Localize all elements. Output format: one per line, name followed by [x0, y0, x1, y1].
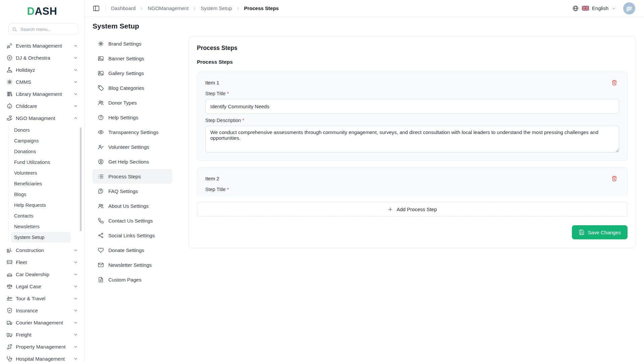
car-icon: [6, 271, 13, 278]
sidebar-subitem-newsletters[interactable]: Newsletters: [11, 221, 71, 232]
breadcrumb-system-setup[interactable]: System Setup: [201, 5, 232, 11]
settings-nav-item-help-settings[interactable]: Help Settings: [93, 110, 172, 125]
settings-nav-item-newsletter-settings[interactable]: Newsletter Settings: [93, 257, 172, 272]
sidebar-subitem-fund-utilizations[interactable]: Fund Utilizations: [11, 157, 71, 168]
sidebar-item-childcare[interactable]: Childcare: [0, 100, 84, 112]
chevron-down-icon: [73, 260, 78, 265]
sidebar-item-dj-orchestra[interactable]: DJ & Orchestra: [0, 52, 84, 64]
app-logo-letter: D: [27, 5, 35, 17]
settings-nav-item-gallery-settings[interactable]: Gallery Settings: [93, 66, 172, 80]
delete-item-button[interactable]: [609, 77, 619, 87]
item-label: Item 1: [205, 80, 219, 85]
chevron-right-icon: [139, 6, 144, 11]
chevron-down-icon: [73, 104, 78, 109]
sidebar-item-ngo-managment[interactable]: NGO Managment: [0, 112, 84, 124]
sidebar-item-property-management[interactable]: Property Management: [0, 341, 84, 353]
required-marker: *: [227, 91, 229, 96]
sidebar-item-cmms[interactable]: CMMS: [0, 76, 84, 88]
settings-nav-item-custom-pages[interactable]: Custom Pages: [93, 272, 172, 287]
delete-item-button[interactable]: [609, 173, 619, 183]
sidebar-item-freight[interactable]: Freight: [0, 328, 84, 341]
eye-icon: [98, 129, 104, 135]
sidebar-subitem-campaigns[interactable]: Campaigns: [11, 135, 71, 146]
image-icon: [98, 55, 104, 62]
trash-icon: [611, 175, 618, 182]
sidebar-subitem-donations[interactable]: Donations: [11, 146, 71, 157]
settings-nav-item-process-steps[interactable]: Process Steps: [93, 169, 172, 184]
sidebar-subitem-volunteers[interactable]: Volunteers: [11, 168, 71, 178]
settings-nav-item-banner-settings[interactable]: Banner Settings: [93, 51, 172, 66]
sidebar-item-library-management[interactable]: Library Management: [0, 88, 84, 100]
settings-nav-item-about-us-settings[interactable]: About Us Settings: [93, 198, 172, 213]
library-icon: [6, 90, 13, 97]
stethoscope-icon: [6, 355, 13, 362]
sidebar-item-insurance[interactable]: Insurance: [0, 304, 84, 316]
heart-icon: [98, 247, 104, 253]
sidebar-item-legal-case[interactable]: Legal Case: [0, 280, 84, 292]
sidebar-item-courier-management[interactable]: Courier Management: [0, 316, 84, 328]
settings-nav-item-donor-types[interactable]: Donor Types: [93, 95, 172, 110]
sidebar-item-hospital-management[interactable]: Hospital Management: [0, 353, 84, 362]
image-icon: [98, 70, 104, 76]
route-icon: [6, 343, 13, 350]
settings-nav-item-social-links-settings[interactable]: Social Links Settings: [93, 228, 172, 243]
settings-nav-item-contact-us-settings[interactable]: Contact Us Settings: [93, 213, 172, 228]
step-description-textarea[interactable]: We conduct comprehensive assessments thr…: [205, 126, 619, 153]
plus-icon: [387, 206, 393, 212]
breadcrumb-ngomanagement[interactable]: NGOManagement: [148, 5, 189, 11]
sidebar-toggle-button[interactable]: [93, 5, 100, 12]
settings-nav-item-get-help-sections[interactable]: Get Help Sections: [93, 154, 172, 169]
sidebar-item-holidayz[interactable]: Holidayz: [0, 64, 84, 76]
settings-nav-item-volunteer-settings[interactable]: Volunteer Settings: [93, 139, 172, 154]
forklift-icon: [6, 247, 13, 253]
settings-nav-item-donate-settings[interactable]: Donate Settings: [93, 243, 172, 257]
chevron-down-icon[interactable]: [611, 6, 616, 11]
search-input[interactable]: [20, 26, 74, 32]
settings-nav-item-transparency-settings[interactable]: Transparency Settings: [93, 125, 172, 139]
circle-user-icon: [98, 159, 104, 165]
hand-heart-icon: [6, 115, 13, 121]
process-step-item-2: Item 2 Step Title*: [197, 168, 628, 196]
list-icon: [98, 173, 104, 180]
user-check-icon: [98, 144, 104, 150]
mountain-flag-icon: [6, 66, 13, 73]
sidebar-subitem-blogs[interactable]: Blogs: [11, 189, 71, 200]
step-title-input[interactable]: [205, 99, 619, 114]
language-selector[interactable]: English: [592, 5, 608, 11]
settings-nav-item-faq-settings[interactable]: FAQ Settings: [93, 184, 172, 198]
tag-icon: [98, 85, 104, 91]
sidebar-subitem-beneficiaries[interactable]: Beneficiaries: [11, 178, 71, 189]
gear-icon: [98, 41, 104, 47]
save-changes-button[interactable]: Save Changes: [572, 225, 628, 239]
step-title-label: Step Title*: [205, 91, 619, 96]
avatar[interactable]: [623, 2, 635, 14]
add-process-step-button[interactable]: Add Process Step: [197, 202, 628, 217]
sidebar-item-car-dealership[interactable]: Car Dealership: [0, 268, 84, 280]
sidebar-item-tour-travel[interactable]: Tour & Travel: [0, 292, 84, 304]
sidebar-subitem-help-requests[interactable]: Help Requests: [11, 200, 71, 210]
chevron-down-icon: [73, 92, 78, 97]
sidebar-search[interactable]: [8, 23, 78, 35]
topbar: DashboardNGOManagementSystem SetupProces…: [85, 0, 644, 17]
delivery-truck-icon: [6, 319, 13, 326]
sidebar-subitem-donors[interactable]: Donors: [11, 125, 71, 135]
chevron-down-icon: [73, 43, 78, 48]
phone-icon: [98, 218, 104, 224]
settings-nav-item-brand-settings[interactable]: Brand Settings: [93, 36, 172, 51]
chevron-down-icon: [73, 79, 78, 84]
file-text-icon: [98, 277, 104, 283]
sidebar-item-events-management[interactable]: Events Management: [0, 40, 84, 52]
sidebar-item-fleet[interactable]: Fleet: [0, 256, 84, 268]
globe-icon[interactable]: [572, 5, 579, 12]
required-marker: *: [227, 187, 229, 192]
sidebar-scrollbar-thumb[interactable]: [80, 127, 82, 231]
sidebar-subitem-system-setup[interactable]: System Setup: [11, 232, 71, 243]
sidebar-subitem-contacts[interactable]: Contacts: [11, 210, 71, 221]
settings-nav-item-blog-categories[interactable]: Blog Categories: [93, 80, 172, 95]
process-step-item-1: Item 1 Step Title* Step Description* We …: [197, 72, 628, 161]
page-title: System Setup: [93, 22, 636, 30]
breadcrumb-dashboard[interactable]: Dashboard: [111, 5, 136, 11]
chevron-down-icon: [73, 344, 78, 349]
sidebar-item-construction[interactable]: Construction: [0, 244, 84, 256]
share-icon: [98, 232, 104, 239]
